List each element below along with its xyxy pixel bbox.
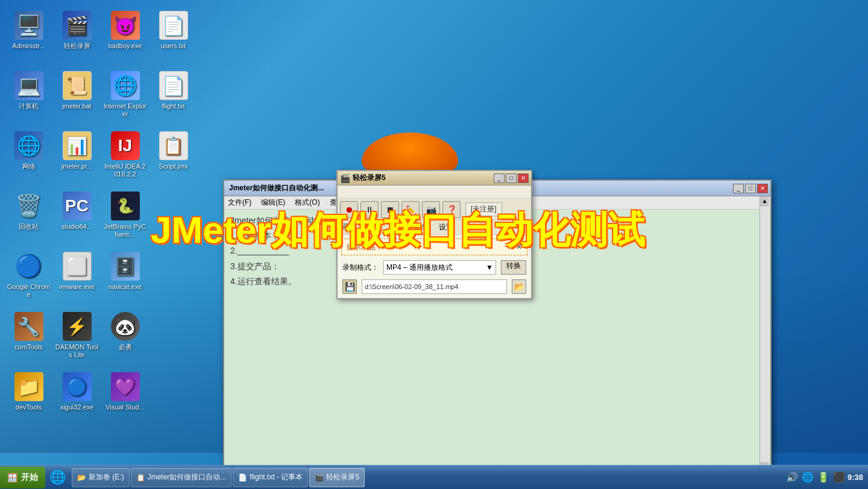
windows-logo-icon: 🪟	[7, 473, 17, 482]
desktop-icon-comtools[interactable]: 🔧 comTools	[6, 307, 51, 361]
jmeter-close-btn[interactable]: ✕	[757, 184, 768, 193]
desktop-icon-navicat[interactable]: 🗄️ navicat.exe	[102, 247, 148, 301]
desktop-icon-recycle[interactable]: 🗑️ 回收站	[6, 187, 51, 241]
desktop-icon-vmware[interactable]: ⬜ vmware.exe	[54, 247, 99, 301]
format-select-row: 录制格式： MP4 – 通用播放格式 ▼ 转换	[338, 258, 531, 277]
jmeter-title: Jmeter如何做接口自动化测...	[227, 183, 324, 193]
taskbar-app-icon-jmeter: 📋	[136, 473, 145, 482]
tray-icon-2[interactable]: 🔋	[817, 472, 829, 483]
desktop-icon-flight-txt[interactable]: 📄 flight.txt	[151, 66, 196, 120]
jmeter-maximize-btn[interactable]: □	[745, 184, 756, 193]
desktop-icon-network[interactable]: 🌐 网络	[6, 126, 51, 181]
tray-icon-0[interactable]: 🔊	[786, 472, 798, 483]
desktop-icon-computer[interactable]: 💻 计算机	[6, 66, 51, 120]
desktop-icon-ie[interactable]: 🌐 Internet Explorer	[102, 66, 148, 120]
desktop-icon-users-txt[interactable]: 📄 users.txt	[151, 6, 196, 60]
tray-icon-1[interactable]: 🌐	[802, 472, 814, 483]
recorder-title-text: 轻松录屏5	[353, 173, 386, 183]
tray-icons-group: 🔊 🌐 🔋 ⬛	[786, 472, 845, 483]
taskbar-app-flight[interactable]: 📄 flight.txt - 记事本	[233, 468, 308, 487]
start-button[interactable]: 🪟 开始	[0, 467, 45, 488]
jmeter-minimize-btn[interactable]: _	[733, 184, 744, 193]
taskbar-system-tray: 🔊 🌐 🔋 ⬛ 9:38	[781, 472, 868, 483]
desktop-icon-administrator[interactable]: 🖥️ Administr...	[6, 6, 51, 60]
recorder-minimize-btn[interactable]: _	[494, 173, 505, 183]
taskbar-apps-area: 📂 新加卷 (E:) 📋 Jmeter如何做接口自动... 📄 flight.t…	[69, 466, 367, 489]
desktop-icon-placeholder3	[151, 307, 196, 361]
desktop-icon-xigui32[interactable]: 🔵 xigui32.exe	[54, 367, 99, 422]
dropdown-arrow-icon: ▼	[486, 263, 493, 272]
system-clock[interactable]: 9:38	[848, 473, 863, 482]
desktop-icon-devtools[interactable]: 📁 devTools	[6, 367, 51, 422]
save-path-row: 💾 d:\Screen\06-02-09_38_11.mp4 📂	[338, 277, 531, 296]
desktop-icon-intellij[interactable]: IJ IntelliJ IDEA 2018.2.2	[102, 126, 148, 181]
desktop-icon-daemon[interactable]: ⚡ DAEMON Tools Lite	[54, 307, 99, 361]
desktop-icon-bixiong[interactable]: 🐼 必勇	[102, 307, 148, 361]
save-icon[interactable]: 💾	[342, 279, 357, 294]
tray-icon-3[interactable]: ⬛	[833, 472, 845, 483]
browse-folder-btn[interactable]: 📂	[512, 279, 526, 294]
convert-button[interactable]: 转换	[501, 260, 526, 275]
taskbar-app-new-tab[interactable]: 📂 新加卷 (E:)	[72, 468, 130, 487]
desktop-icon-qingsong[interactable]: 🎬 轻松录屏	[54, 6, 99, 60]
format-dropdown[interactable]: MP4 – 通用播放格式 ▼	[383, 260, 496, 275]
taskbar-app-icon-new-tab: 📂	[77, 473, 86, 482]
format-label: 录制格式：	[342, 263, 379, 273]
big-title-overlay: JMeter如何做接口自动化测试	[151, 205, 645, 255]
desktop-icon-jmeter-bat[interactable]: 📜 jmeter.bat	[54, 66, 99, 120]
recorder-maximize-btn[interactable]: □	[506, 173, 517, 183]
jmeter-window-controls[interactable]: _ □ ✕	[733, 184, 768, 193]
recorder-close-btn[interactable]: ✕	[518, 173, 529, 183]
recorder-titlebar: 🎬 轻松录屏5 _ □ ✕	[338, 171, 531, 185]
desktop-icon-jetbrains[interactable]: 🐍 JetBrains PyCharm...	[102, 187, 148, 241]
recorder-menu-bar	[338, 185, 531, 199]
save-path-field[interactable]: d:\Screen\06-02-09_38_11.mp4	[362, 279, 507, 294]
taskbar-app-recorder[interactable]: 🎬 轻松录屏5	[309, 468, 365, 487]
desktop-icon-jmeter-pr[interactable]: 📊 jmeter.pr...	[54, 126, 99, 181]
desktop-icon-badboy[interactable]: 😈 badboy.exe	[102, 6, 148, 60]
desktop-icon-script-jmx[interactable]: 📋 Script.jmx	[151, 126, 196, 181]
taskbar-ie-icon[interactable]: 🌐	[48, 468, 67, 487]
desktop-icon-visual-studio[interactable]: 💜 Visual Stud...	[102, 367, 148, 422]
scrollbar-up-btn[interactable]: ▲	[760, 196, 769, 206]
taskbar: 🪟 开始 🌐 📂 新加卷 (E:) 📋 Jmeter如何做接口自动... 📄 f…	[0, 465, 868, 489]
desktop-icon-chrome[interactable]: 🔵 Google Chrome	[6, 247, 51, 301]
desktop-icon-placeholder4	[151, 367, 196, 422]
desktop-icon-studio64[interactable]: PC studio64...	[54, 187, 99, 241]
recorder-app-icon: 🎬	[340, 173, 350, 183]
taskbar-app-icon-flight: 📄	[238, 473, 247, 482]
jmeter-scrollbar[interactable]: ▲ ▼	[760, 196, 769, 472]
recorder-window-controls[interactable]: _ □ ✕	[494, 173, 529, 183]
taskbar-app-icon-recorder: 🎬	[315, 473, 324, 482]
taskbar-app-jmeter[interactable]: 📋 Jmeter如何做接口自动...	[131, 468, 232, 487]
